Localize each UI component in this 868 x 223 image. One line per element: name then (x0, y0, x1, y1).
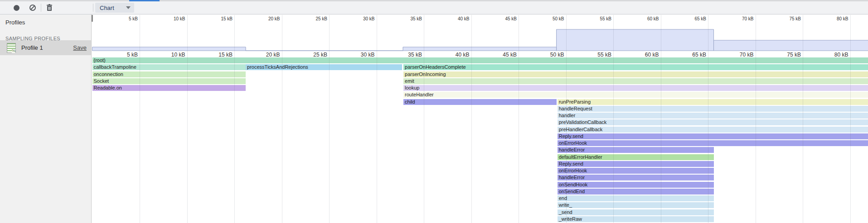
profile-name: Profile 1 (21, 44, 43, 51)
profile-icon: % (7, 43, 16, 53)
flame-bar[interactable]: write_ (558, 202, 714, 208)
flame-bar[interactable]: callbackTrampoline (92, 64, 246, 70)
ruler-label-top: 80 kB (821, 16, 849, 22)
profile-icon-percent: % (12, 49, 15, 53)
flame-bar[interactable]: Socket (92, 78, 246, 84)
flame-bar[interactable]: processTicksAndRejections (246, 64, 402, 70)
flame-bar[interactable]: parserOnIncoming (403, 71, 868, 77)
ruler-label-bottom: 50 kB (533, 52, 564, 58)
ruler-label-top: 40 kB (442, 16, 470, 22)
ruler-label-top: 35 kB (395, 16, 422, 22)
ruler-label-bottom: 60 kB (627, 52, 659, 58)
flame-chart-pane[interactable]: (root)callbackTrampolineprocessTicksAndR… (92, 14, 868, 223)
trash-icon (46, 4, 53, 12)
ruler-label-bottom: 80 kB (817, 52, 849, 58)
ruler-label-bottom: 15 kB (201, 52, 233, 58)
delete-profile-button[interactable] (43, 2, 56, 14)
view-mode-value: Chart (100, 5, 114, 11)
flame-bar[interactable]: Reply.send (558, 133, 868, 139)
flame-bar[interactable]: onSendHook (558, 182, 714, 188)
flame-bar[interactable]: onErrorHook (558, 168, 714, 174)
flame-bar[interactable]: preHandlerCallback (558, 127, 868, 133)
profiler-toolbar: Chart (0, 1, 868, 14)
flame-bar[interactable]: handleError (558, 175, 714, 180)
flame-bar[interactable]: Reply.send (558, 161, 714, 167)
sidebar-title: Profiles (0, 14, 91, 26)
ruler-label-top: 30 kB (348, 16, 375, 22)
record-button[interactable] (10, 2, 23, 14)
record-icon (14, 5, 19, 11)
ruler-label-bottom: 40 kB (438, 52, 470, 58)
flame-bar[interactable]: (root) (92, 57, 868, 63)
flame-bar[interactable]: lookup (403, 85, 868, 91)
flame-bar[interactable]: preValidationCallback (558, 119, 868, 125)
profiler-window: Chart Profiles SAMPLING PROFILES % Profi… (0, 0, 868, 223)
ruler-label-bottom: 35 kB (390, 52, 422, 58)
ruler-label-top: 20 kB (253, 16, 280, 22)
ruler-label-bottom: 25 kB (296, 52, 327, 58)
flame-bar[interactable]: _writeRaw (558, 216, 714, 222)
ruler-label-top: 15 kB (205, 16, 233, 22)
ruler-label-top: 5 kB (111, 16, 138, 22)
flame-bar[interactable]: handler (558, 113, 868, 119)
ruler-label-bottom: 65 kB (674, 52, 706, 58)
block-icon (29, 5, 36, 11)
ruler-label-top: 65 kB (679, 16, 706, 22)
sampling-profiles-section-label: SAMPLING PROFILES (0, 26, 91, 41)
ruler-label-bottom: 10 kB (154, 52, 185, 58)
ruler-label-bottom: 75 kB (769, 52, 801, 58)
flame-bar[interactable]: routeHandler (403, 92, 868, 98)
toolbar-separator (41, 4, 41, 12)
flame-bar[interactable]: emit (403, 78, 868, 84)
flame-bar[interactable]: onSendEnd (558, 189, 714, 195)
flame-bar[interactable]: _send (558, 209, 714, 215)
ruler-label-top: 75 kB (774, 16, 801, 22)
ruler-label-top: 60 kB (632, 16, 659, 22)
flame-bar[interactable]: parserOnHeadersComplete (403, 64, 868, 70)
ruler-label-bottom: 45 kB (485, 52, 517, 58)
ruler-label-bottom: 5 kB (106, 52, 138, 58)
ruler-label-bottom: 30 kB (343, 52, 375, 58)
ruler-label-top: 25 kB (300, 16, 327, 22)
flame-bar[interactable]: end (558, 195, 714, 201)
flame-bar[interactable]: defaultErrorHandler (558, 154, 714, 160)
ruler-label-top: 10 kB (158, 16, 185, 22)
chevron-down-icon (126, 6, 131, 9)
clear-button[interactable] (26, 2, 39, 14)
ruler-label-bottom: 20 kB (248, 52, 280, 58)
ruler-label-top: 45 kB (490, 16, 517, 22)
flame-bar[interactable]: Readable.on (92, 85, 246, 91)
ruler-label-top: 70 kB (727, 16, 754, 22)
flame-bar[interactable]: child (403, 99, 557, 105)
profiles-sidebar: Profiles SAMPLING PROFILES % Profile 1 S… (0, 14, 92, 223)
ruler-label-top: 50 kB (537, 16, 564, 22)
flame-bar[interactable]: handleError (558, 147, 714, 153)
ruler-label-bottom: 55 kB (580, 52, 611, 58)
ruler-label-bottom: 70 kB (722, 52, 754, 58)
flame-bar[interactable]: onconnection (92, 71, 246, 77)
sidebar-item-profile-1[interactable]: % Profile 1 Save (0, 40, 91, 55)
toolbar-separator (93, 4, 93, 12)
flame-bar[interactable]: runPreParsing (558, 99, 868, 105)
view-mode-dropdown[interactable]: Chart (95, 3, 134, 13)
ruler-label-top: 55 kB (584, 16, 611, 22)
flame-bar[interactable]: handleRequest (558, 106, 868, 112)
save-profile-link[interactable]: Save (73, 44, 87, 51)
flame-bar[interactable]: onErrorHook (558, 140, 868, 146)
